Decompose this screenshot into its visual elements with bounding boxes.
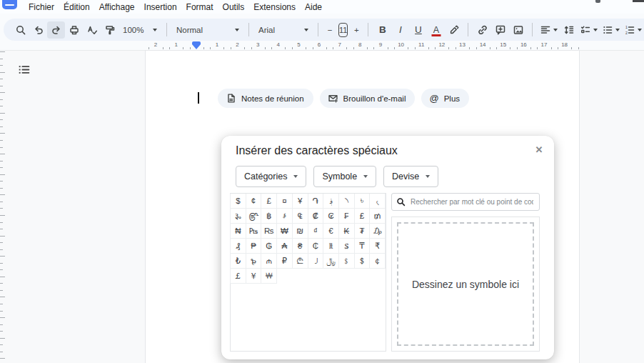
- symbol-cell[interactable]: ৲: [339, 194, 355, 209]
- symbol-cell[interactable]: €: [323, 224, 339, 239]
- indent-marker[interactable]: [192, 41, 201, 49]
- checklist-select[interactable]: [578, 21, 600, 39]
- symbol-cell[interactable]: ꠸: [308, 254, 324, 269]
- symbol-cell[interactable]: ₦: [230, 224, 246, 239]
- symbol-dropdown[interactable]: Symbole: [313, 166, 376, 187]
- symbol-cell[interactable]: ₽: [277, 254, 293, 269]
- menu-outils[interactable]: Outils: [223, 2, 245, 12]
- symbol-cell[interactable]: ₹: [370, 239, 386, 254]
- symbol-cell[interactable]: ₾: [293, 254, 308, 269]
- symbol-cell[interactable]: ₼: [261, 254, 277, 269]
- symbol-cell[interactable]: ¢: [246, 194, 262, 209]
- symbol-cell[interactable]: ₯: [370, 224, 386, 239]
- symbol-cell[interactable]: ＄: [355, 254, 371, 269]
- symbol-cell[interactable]: ₫: [308, 224, 324, 239]
- symbol-cell[interactable]: ₰: [230, 239, 246, 254]
- spellcheck-button[interactable]: [83, 21, 101, 39]
- symbol-cell[interactable]: ₴: [293, 239, 308, 254]
- symbol-cell[interactable]: ₠: [293, 209, 308, 224]
- font-size-input[interactable]: 11: [338, 23, 348, 37]
- symbol-cell[interactable]: ৻: [370, 194, 386, 209]
- symbol-cell[interactable]: ฿: [261, 209, 277, 224]
- increase-font-size-button[interactable]: +: [350, 21, 363, 39]
- menu-aide[interactable]: Aide: [305, 2, 322, 12]
- menu-edition[interactable]: Édition: [64, 2, 90, 12]
- symbol-cell[interactable]: ₺: [230, 254, 246, 269]
- docs-logo-icon[interactable]: [2, 0, 17, 9]
- symbol-cell[interactable]: ₭: [339, 224, 355, 239]
- symbol-cell[interactable]: ¥: [293, 194, 308, 209]
- italic-button[interactable]: I: [391, 21, 409, 39]
- symbol-cell[interactable]: ₧: [246, 224, 262, 239]
- highlight-color-button[interactable]: [445, 21, 463, 39]
- symbol-cell[interactable]: ￦: [261, 269, 277, 284]
- symbol-cell[interactable]: ₩: [277, 224, 293, 239]
- font-family-select[interactable]: Arial: [254, 21, 313, 39]
- symbol-search-input[interactable]: [409, 197, 535, 207]
- underline-button[interactable]: U: [409, 21, 427, 39]
- symbol-cell[interactable]: ₳: [277, 239, 293, 254]
- symbol-cell[interactable]: ﹩: [339, 254, 355, 269]
- text-color-button[interactable]: A: [427, 21, 445, 39]
- chip-more[interactable]: @ Plus: [421, 89, 469, 108]
- menu-format[interactable]: Format: [186, 2, 213, 12]
- zoom-select[interactable]: 100%: [119, 21, 161, 39]
- numbered-list-select[interactable]: 12: [622, 21, 644, 39]
- print-button[interactable]: [65, 21, 83, 39]
- symbol-cell[interactable]: ﷼: [323, 254, 339, 269]
- symbol-cell[interactable]: ₷: [339, 239, 355, 254]
- symbol-cell[interactable]: ৳: [355, 194, 371, 209]
- symbol-cell[interactable]: ៛: [277, 209, 293, 224]
- symbol-cell[interactable]: ֏: [308, 194, 324, 209]
- menu-fichier[interactable]: Fichier: [29, 2, 54, 12]
- clock-icon[interactable]: [595, 0, 600, 3]
- chip-email-draft[interactable]: Brouillon d'e-mail: [320, 89, 416, 108]
- menu-insertion[interactable]: Insertion: [144, 2, 177, 12]
- add-comment-button[interactable]: [491, 21, 509, 39]
- symbol-cell[interactable]: ₵: [308, 239, 324, 254]
- symbol-cell[interactable]: ₶: [323, 239, 339, 254]
- line-spacing-button[interactable]: [560, 21, 578, 39]
- symbol-cell[interactable]: ؋: [323, 194, 339, 209]
- bold-button[interactable]: B: [373, 21, 391, 39]
- symbol-cell[interactable]: ₪: [293, 224, 308, 239]
- symbol-cell[interactable]: ₥: [370, 209, 386, 224]
- symbol-cell[interactable]: ₲: [261, 239, 277, 254]
- symbol-cell[interactable]: ₸: [355, 239, 371, 254]
- decrease-font-size-button[interactable]: −: [323, 21, 336, 39]
- symbol-cell[interactable]: ₱: [246, 239, 262, 254]
- menu-affichage[interactable]: Affichage: [99, 2, 135, 12]
- insert-link-button[interactable]: [473, 21, 491, 39]
- symbol-cell[interactable]: ₡: [308, 209, 324, 224]
- symbol-cell[interactable]: ₤: [355, 209, 371, 224]
- bulleted-list-select[interactable]: [600, 21, 622, 39]
- close-button[interactable]: ✕: [532, 142, 546, 156]
- symbol-cell[interactable]: ௹: [246, 209, 262, 224]
- symbol-cell[interactable]: ૱: [230, 209, 246, 224]
- redo-button[interactable]: [47, 21, 65, 39]
- symbol-cell[interactable]: ￠: [370, 254, 386, 269]
- search-menus-button[interactable]: [11, 21, 29, 39]
- symbol-cell[interactable]: ₢: [323, 209, 339, 224]
- symbol-cell[interactable]: ₣: [339, 209, 355, 224]
- comment-history-icon[interactable]: [633, 0, 644, 2]
- symbol-cell[interactable]: ₮: [355, 224, 371, 239]
- insert-image-button[interactable]: [509, 21, 527, 39]
- menu-extensions[interactable]: Extensions: [253, 2, 296, 12]
- symbol-cell[interactable]: £: [261, 194, 277, 209]
- paragraph-style-select[interactable]: Normal: [172, 21, 243, 39]
- draw-symbol-canvas[interactable]: Dessinez un symbole ici: [397, 222, 534, 346]
- symbol-cell[interactable]: ¤: [277, 194, 293, 209]
- show-outline-button[interactable]: [16, 61, 31, 77]
- symbol-cell[interactable]: ₨: [261, 224, 277, 239]
- currency-dropdown[interactable]: Devise: [383, 166, 438, 187]
- symbol-cell[interactable]: ₻: [246, 254, 262, 269]
- align-select[interactable]: [538, 21, 560, 39]
- categories-dropdown[interactable]: Catégories: [236, 166, 306, 187]
- paint-format-button[interactable]: [101, 21, 119, 39]
- symbol-cell[interactable]: ￡: [230, 269, 246, 284]
- symbol-cell[interactable]: $: [230, 194, 246, 209]
- chip-meeting-notes[interactable]: Notes de réunion: [218, 89, 313, 108]
- undo-button[interactable]: [29, 21, 47, 39]
- symbol-cell[interactable]: ￥: [246, 269, 262, 284]
